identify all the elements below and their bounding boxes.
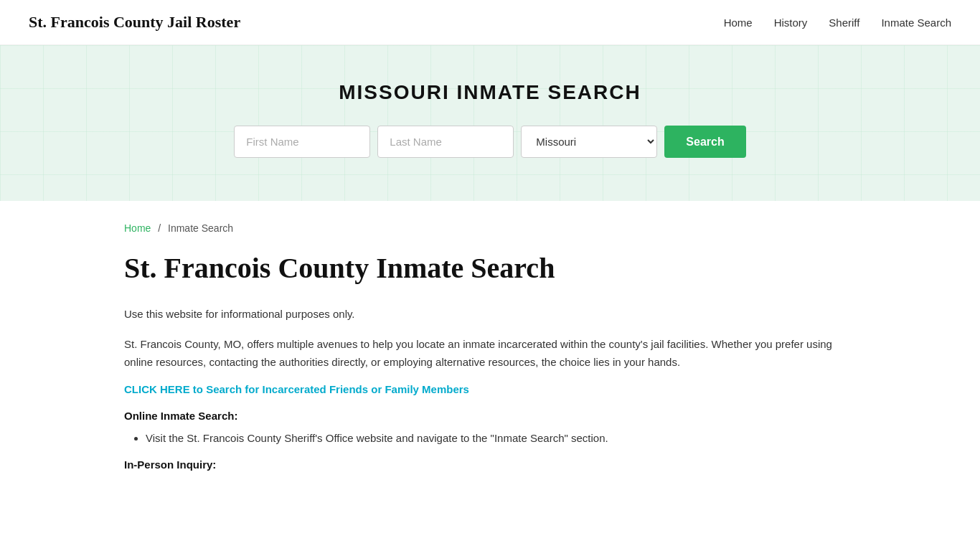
online-search-bullet: Visit the St. Francois County Sheriff's … <box>146 429 856 448</box>
online-search-heading: Online Inmate Search: <box>124 410 856 422</box>
search-button[interactable]: Search <box>664 126 745 158</box>
state-select[interactable]: MissouriAlabamaAlaskaArizonaArkansasCali… <box>521 126 657 158</box>
breadcrumb-current: Inmate Search <box>168 222 233 234</box>
breadcrumb: Home / Inmate Search <box>124 222 856 234</box>
hero-title: MISSOURI INMATE SEARCH <box>14 81 966 104</box>
nav-inmate-search[interactable]: Inmate Search <box>881 17 951 29</box>
cta-link[interactable]: CLICK HERE to Search for Incarcerated Fr… <box>124 383 469 395</box>
first-name-input[interactable] <box>234 126 370 158</box>
nav-history[interactable]: History <box>774 17 808 29</box>
main-nav: Home History Sheriff Inmate Search <box>724 17 951 29</box>
site-title: St. Francois County Jail Roster <box>29 13 240 32</box>
nav-home[interactable]: Home <box>724 17 753 29</box>
main-content: Home / Inmate Search St. Francois County… <box>95 201 885 521</box>
breadcrumb-home-link[interactable]: Home <box>124 222 151 234</box>
search-form: MissouriAlabamaAlaskaArizonaArkansasCali… <box>14 126 966 158</box>
last-name-input[interactable] <box>377 126 514 158</box>
intro-text: Use this website for informational purpo… <box>124 305 856 324</box>
hero-banner: MISSOURI INMATE SEARCH MissouriAlabamaAl… <box>0 45 980 201</box>
nav-sheriff[interactable]: Sheriff <box>829 17 859 29</box>
body-text: St. Francois County, MO, offers multiple… <box>124 335 856 372</box>
page-heading: St. Francois County Inmate Search <box>124 251 856 285</box>
in-person-heading: In-Person Inquiry: <box>124 458 856 471</box>
site-header: St. Francois County Jail Roster Home His… <box>0 0 980 45</box>
breadcrumb-separator: / <box>158 222 161 234</box>
online-search-list: Visit the St. Francois County Sheriff's … <box>146 429 856 448</box>
